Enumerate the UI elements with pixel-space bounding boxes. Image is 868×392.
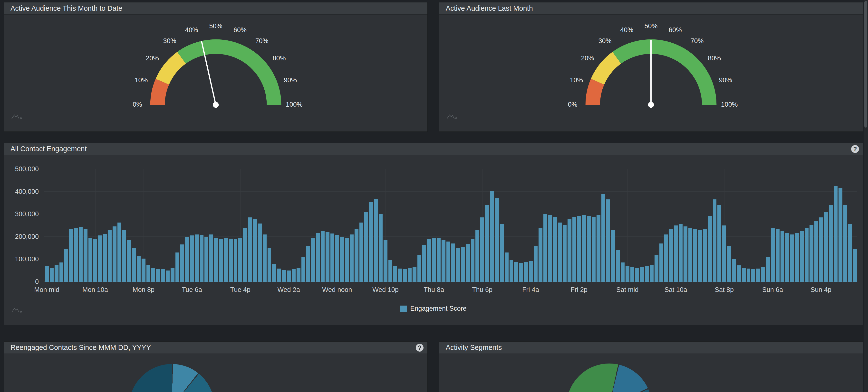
bars-container — [44, 169, 857, 282]
bar — [592, 217, 595, 282]
bar — [698, 230, 702, 282]
bar — [383, 240, 388, 282]
y-tick-label: 400,000 — [15, 188, 39, 195]
bar — [519, 263, 523, 282]
bar — [466, 244, 470, 282]
bar — [321, 231, 324, 282]
bar — [59, 262, 63, 282]
bar — [393, 266, 397, 282]
bar — [98, 235, 102, 282]
bar — [514, 262, 518, 282]
bar — [708, 216, 712, 282]
bar — [350, 234, 353, 282]
bar — [809, 225, 813, 282]
help-icon[interactable]: ? — [416, 344, 424, 352]
bar — [89, 238, 92, 282]
bar — [364, 212, 368, 282]
bar — [219, 239, 223, 282]
x-tick-label: Thu 6p — [472, 286, 493, 294]
bar — [243, 228, 247, 282]
bar — [814, 221, 818, 282]
sparkline-watermark-icon — [11, 306, 25, 313]
bar — [684, 226, 687, 282]
bar — [200, 235, 204, 282]
bar — [176, 253, 179, 282]
bar — [475, 230, 479, 282]
bar — [577, 216, 581, 282]
bar — [717, 205, 721, 282]
bar — [742, 268, 746, 282]
bar — [441, 240, 445, 282]
bar — [722, 225, 726, 282]
bar — [277, 268, 281, 282]
panel-body: 0%10%20%30%40%50%60%70%80%90%100% — [439, 14, 863, 131]
gauge-tick-label: 30% — [163, 37, 177, 44]
gauge-tick-label: 60% — [669, 26, 682, 34]
bar — [534, 246, 537, 282]
bar — [331, 233, 334, 282]
bar — [282, 270, 286, 282]
bar — [659, 243, 663, 282]
legend[interactable]: Engagement Score — [4, 305, 863, 313]
help-icon[interactable]: ? — [851, 145, 859, 153]
bar — [529, 261, 533, 282]
bar — [427, 239, 431, 282]
panel-header: Active Audience This Month to Date — [4, 2, 427, 14]
bar — [64, 249, 68, 282]
bar — [272, 264, 276, 282]
bar — [548, 215, 552, 282]
bar — [761, 267, 765, 282]
scrollbar-thumb[interactable] — [864, 1, 867, 128]
bar — [834, 186, 838, 282]
x-tick-label: Wed noon — [322, 286, 352, 294]
bar — [185, 237, 189, 282]
gauge-tick-label: 90% — [284, 76, 297, 84]
gauge-tick-label: 0% — [568, 101, 577, 108]
bar — [558, 223, 562, 282]
bar — [258, 224, 262, 282]
bar — [137, 256, 141, 282]
bar — [292, 269, 296, 282]
panel-header: All Contact Engagement ? — [4, 143, 863, 155]
x-tick-label: Tue 4p — [230, 286, 250, 294]
engagement-score-bar-chart: 0100,000200,000300,000400,000500,000 Mon… — [4, 155, 863, 325]
x-tick-label: Mon 10a — [82, 286, 108, 294]
bar — [437, 238, 441, 282]
bar — [268, 248, 272, 282]
bar — [461, 247, 465, 282]
bar — [253, 219, 257, 282]
bar — [805, 228, 809, 282]
bar — [205, 237, 208, 282]
bar — [771, 228, 775, 282]
bar — [621, 262, 625, 282]
bar — [611, 230, 615, 282]
bar — [45, 266, 49, 282]
bar — [50, 268, 54, 282]
bar — [108, 230, 112, 282]
panel-active-audience-mtd: Active Audience This Month to Date 0%10%… — [4, 2, 428, 132]
scrollbar-track[interactable] — [864, 0, 868, 392]
bar — [500, 224, 504, 282]
bar — [195, 234, 199, 282]
bar — [238, 238, 242, 282]
bar — [538, 228, 542, 282]
x-tick-label: Mon mid — [34, 286, 59, 294]
bar — [398, 268, 402, 282]
bar — [596, 215, 600, 282]
bar — [713, 199, 717, 282]
sparkline-watermark-icon — [446, 113, 460, 120]
bar — [795, 233, 799, 282]
bar — [451, 243, 455, 282]
x-tick-label: Sun 4p — [810, 286, 832, 294]
gauge-pivot — [213, 102, 219, 108]
bar — [785, 233, 789, 282]
bar — [829, 205, 833, 282]
bar — [180, 244, 184, 282]
bar — [669, 229, 673, 282]
bar — [635, 268, 639, 282]
gauge-tick-label: 100% — [286, 101, 303, 108]
bar — [316, 233, 320, 282]
x-tick-label: Sat 8p — [715, 286, 734, 294]
bar — [790, 234, 794, 282]
bar — [156, 269, 160, 282]
